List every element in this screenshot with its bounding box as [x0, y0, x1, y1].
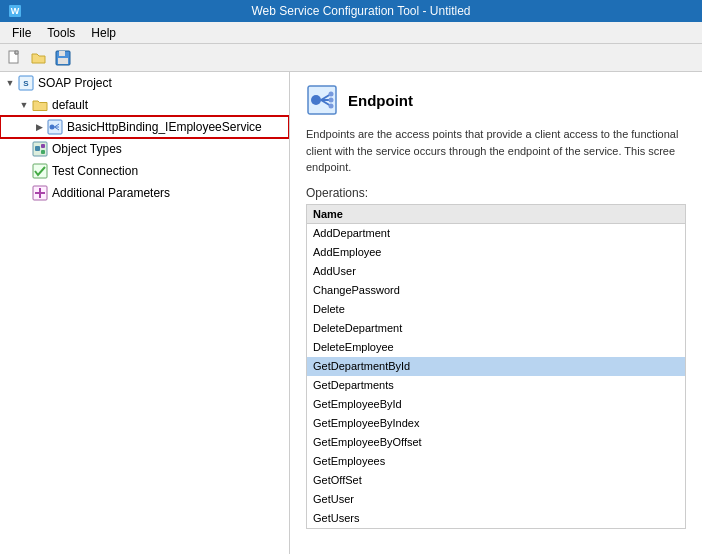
- tree-panel: ▼ S SOAP Project ▼ default ▶: [0, 72, 290, 554]
- svg-point-26: [329, 92, 334, 97]
- svg-rect-5: [58, 58, 68, 64]
- table-row[interactable]: GetEmployeeById: [307, 395, 685, 414]
- svg-text:W: W: [11, 6, 20, 16]
- svg-point-22: [311, 95, 321, 105]
- main-layout: ▼ S SOAP Project ▼ default ▶: [0, 72, 702, 554]
- table-row[interactable]: AddDepartment: [307, 224, 685, 243]
- table-row[interactable]: AddUser: [307, 262, 685, 281]
- tree-node-object-types[interactable]: ▶ Object Types: [0, 138, 289, 160]
- test-connection-icon: [32, 163, 48, 179]
- table-row[interactable]: GetUser: [307, 490, 685, 509]
- endpoint-header: Endpoint: [306, 84, 686, 116]
- operations-table: Name AddDepartmentAddEmployeeAddUserChan…: [306, 204, 686, 529]
- table-row[interactable]: ChangePassword: [307, 281, 685, 300]
- svg-text:S: S: [23, 79, 29, 88]
- table-row[interactable]: AddEmployee: [307, 243, 685, 262]
- table-row[interactable]: GetOffSet: [307, 471, 685, 490]
- endpoint-label: BasicHttpBinding_IEmployeeService: [67, 120, 262, 134]
- table-row[interactable]: GetDepartments: [307, 376, 685, 395]
- table-row[interactable]: DeleteDepartment: [307, 319, 685, 338]
- menu-file[interactable]: File: [4, 24, 39, 42]
- table-row[interactable]: GetEmployees: [307, 452, 685, 471]
- right-panel: Endpoint Endpoints are the access points…: [290, 72, 702, 554]
- svg-rect-15: [41, 144, 45, 148]
- svg-point-9: [50, 125, 55, 130]
- default-label: default: [52, 98, 88, 112]
- additional-params-icon: [32, 185, 48, 201]
- title-bar: W Web Service Configuration Tool - Untit…: [0, 0, 702, 22]
- table-row[interactable]: GetUsers: [307, 509, 685, 528]
- table-row[interactable]: DeleteEmployee: [307, 338, 685, 357]
- soap-icon: S: [18, 75, 34, 91]
- expand-arrow-soap: ▼: [4, 77, 16, 89]
- expand-arrow-default: ▼: [18, 99, 30, 111]
- default-folder-icon: [32, 97, 48, 113]
- tree-node-test-connection[interactable]: ▶ Test Connection: [0, 160, 289, 182]
- svg-point-28: [329, 104, 334, 109]
- svg-point-27: [329, 98, 334, 103]
- tree-node-default[interactable]: ▼ default: [0, 94, 289, 116]
- object-types-icon: [32, 141, 48, 157]
- endpoint-header-icon: [306, 84, 338, 116]
- endpoint-icon: [47, 119, 63, 135]
- svg-rect-4: [59, 51, 65, 56]
- open-button[interactable]: [28, 47, 50, 69]
- menu-bar: File Tools Help: [0, 22, 702, 44]
- operations-column-header: Name: [307, 205, 685, 224]
- soap-project-label: SOAP Project: [38, 76, 112, 90]
- operations-list: AddDepartmentAddEmployeeAddUserChangePas…: [307, 224, 685, 528]
- table-row[interactable]: Delete: [307, 300, 685, 319]
- menu-tools[interactable]: Tools: [39, 24, 83, 42]
- endpoint-description: Endpoints are the access points that pro…: [306, 126, 686, 176]
- table-row[interactable]: GetEmployeeByIndex: [307, 414, 685, 433]
- tree-node-additional-params[interactable]: ▶ Additional Parameters: [0, 182, 289, 204]
- expand-arrow-endpoint: ▶: [33, 121, 45, 133]
- operations-label: Operations:: [306, 186, 686, 200]
- endpoint-title: Endpoint: [348, 92, 413, 109]
- svg-rect-14: [35, 146, 40, 151]
- tree-node-soap-project[interactable]: ▼ S SOAP Project: [0, 72, 289, 94]
- window-title: Web Service Configuration Tool - Untitle…: [28, 4, 694, 18]
- object-types-label: Object Types: [52, 142, 122, 156]
- tree-node-endpoint[interactable]: ▶ BasicHttpBinding_IEmployeeService: [0, 116, 289, 138]
- save-button[interactable]: [52, 47, 74, 69]
- table-row[interactable]: GetEmployeeByOffset: [307, 433, 685, 452]
- toolbar: [0, 44, 702, 72]
- additional-params-label: Additional Parameters: [52, 186, 170, 200]
- new-button[interactable]: [4, 47, 26, 69]
- test-connection-label: Test Connection: [52, 164, 138, 178]
- table-row[interactable]: GetDepartmentById: [307, 357, 685, 376]
- menu-help[interactable]: Help: [83, 24, 124, 42]
- app-icon: W: [8, 4, 22, 18]
- svg-rect-16: [41, 150, 45, 154]
